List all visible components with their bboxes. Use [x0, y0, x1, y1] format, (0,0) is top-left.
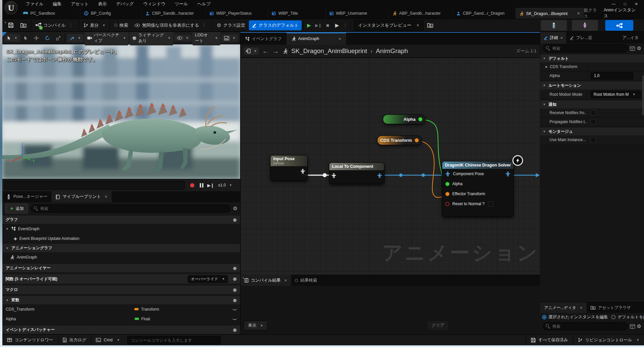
- property-use-main-instance[interactable]: Use Main Instance...: [540, 135, 644, 144]
- expander-icon[interactable]: ▼: [543, 103, 546, 106]
- tab-anim-data-editor[interactable]: アニメー...ディタ ✕: [540, 302, 587, 313]
- show-filter-dropdown[interactable]: 表示▼: [244, 321, 268, 330]
- menu-tools[interactable]: ツール: [171, 0, 192, 8]
- expander-icon[interactable]: ▶: [545, 65, 548, 68]
- details-search-input[interactable]: [543, 44, 628, 52]
- locate-instance-button[interactable]: [424, 21, 436, 30]
- root-motion-mode-dropdown[interactable]: Root Motion from M▼: [591, 91, 641, 98]
- edit-selected-radio[interactable]: [542, 315, 546, 319]
- functions-section-header[interactable]: 関数 (5 オーバーライド可能)オーバーライド▼⊕: [2, 274, 240, 284]
- tab-details[interactable]: 詳細 ✕: [540, 32, 566, 43]
- output-log-button[interactable]: 出力ログ: [58, 335, 92, 345]
- expander-icon[interactable]: ▼: [543, 130, 546, 133]
- console-command-input[interactable]: [127, 336, 221, 344]
- tab-wbp-title[interactable]: WBP_Title: [268, 8, 326, 19]
- expander-icon[interactable]: ▼: [543, 84, 546, 87]
- component-pose-pin-icon[interactable]: [506, 171, 510, 176]
- hide-unrelated-button[interactable]: 無関係な項目を非表示にする⋮: [132, 20, 211, 30]
- menu-view[interactable]: 表示: [94, 0, 111, 8]
- bool-pin-icon[interactable]: [445, 202, 450, 206]
- tab-wbp-playerstatus[interactable]: WBP_PlayerStatus: [206, 8, 268, 19]
- pause-button[interactable]: [197, 181, 206, 190]
- tab-wbp-username[interactable]: WBP_Username: [326, 8, 389, 19]
- rotate-tool-button[interactable]: [42, 34, 52, 42]
- expander-icon[interactable]: ▼: [543, 57, 546, 60]
- variables-section-header[interactable]: ▼変数⊕: [2, 296, 240, 304]
- tab-close-icon[interactable]: ✕: [580, 306, 583, 310]
- play-button[interactable]: ▶: [305, 21, 313, 30]
- macros-section-header[interactable]: マクロ⊕: [2, 286, 240, 294]
- add-function-icon[interactable]: ⊕: [233, 276, 237, 282]
- use-main-instance-checkbox[interactable]: [591, 137, 596, 142]
- show-flags-dropdown[interactable]: ▼: [174, 35, 191, 41]
- blueprint-mode-button[interactable]: [605, 20, 633, 31]
- transform-pin-icon[interactable]: [415, 138, 419, 142]
- tab-find-results[interactable]: 結果検索: [291, 275, 321, 286]
- menu-help[interactable]: ヘルプ: [193, 0, 215, 8]
- closed-eye-icon[interactable]: [232, 318, 237, 320]
- playback-speed-dropdown[interactable]: x1.0▼: [215, 181, 235, 190]
- float-pin-icon[interactable]: [418, 117, 423, 121]
- diff-button[interactable]: 差分▼: [80, 20, 109, 30]
- menu-window[interactable]: ウィンドウ: [139, 0, 170, 8]
- tab-preview-settings[interactable]: プレ...定: [566, 32, 596, 43]
- add-graph-icon[interactable]: ⊕: [233, 217, 237, 223]
- scrollbar[interactable]: [642, 75, 644, 115]
- tab-eventgraph[interactable]: イベントグラフ: [240, 33, 287, 45]
- input-pose-node[interactable]: Input Pose InPose: [270, 155, 308, 181]
- play-options-icon[interactable]: ⋮: [343, 23, 347, 27]
- nav-forward-icon[interactable]: →: [272, 47, 279, 55]
- animgraph-item[interactable]: AnimGraph: [2, 252, 240, 262]
- local-to-component-node[interactable]: Local To Component: [329, 162, 384, 184]
- component-pose-pin-icon[interactable]: [377, 173, 381, 178]
- save-button[interactable]: [5, 20, 17, 30]
- step-forward-button[interactable]: ▶❙: [206, 181, 215, 190]
- tab-close-icon[interactable]: ✕: [338, 37, 341, 41]
- breadcrumb-current[interactable]: AnimGraph: [376, 47, 408, 55]
- tab-cbp-sandbox-dragon[interactable]: CBP_Sand...r_Dragon: [453, 8, 516, 19]
- nav-back-icon[interactable]: ←: [262, 47, 269, 55]
- tab-sk-dragon-animblueprint[interactable]: SK_Dragon...Blueprint ✕: [516, 8, 584, 19]
- find-button[interactable]: 検索: [111, 20, 131, 30]
- graphs-section-header[interactable]: グラフ⊕: [2, 216, 240, 224]
- menu-debug[interactable]: デバッグ: [112, 0, 138, 8]
- eventgraph-item[interactable]: ▼EventGraph: [2, 224, 240, 234]
- section-montage[interactable]: ▼モンタージュ: [540, 127, 644, 135]
- component-pose-pin-icon[interactable]: [446, 171, 450, 176]
- compile-button[interactable]: ✓ コンパイル ⋮: [32, 20, 77, 30]
- property-cds-transform[interactable]: ▶CDS Transform: [540, 62, 644, 71]
- tab-bp-config[interactable]: BP_Config: [80, 8, 142, 19]
- add-button[interactable]: ＋追加: [5, 204, 28, 214]
- tab-my-blueprint[interactable]: マイブループリント ✕: [51, 191, 111, 202]
- tab-cbp-sandbox-character[interactable]: CBP_Sandb...haracter: [142, 8, 206, 19]
- alpha-variable-node[interactable]: Alpha: [383, 114, 426, 124]
- record-button[interactable]: [187, 181, 197, 190]
- class-defaults-button[interactable]: クラスのデフォルト: [249, 20, 302, 30]
- select-tool-button[interactable]: [21, 34, 30, 42]
- tab-pc-sandbox[interactable]: PC_Sandbox: [20, 8, 80, 19]
- preview-instance-dropdown[interactable]: インスタンスをプレビュー▼: [354, 20, 424, 31]
- cmd-dropdown[interactable]: Cmd ▼: [91, 335, 124, 345]
- exit-graph-button[interactable]: ▼: [244, 47, 259, 55]
- grid-view-icon[interactable]: [630, 324, 635, 329]
- tab-asset-browser[interactable]: アセットブラウザ: [587, 302, 635, 313]
- closed-eye-icon[interactable]: [232, 308, 237, 310]
- all-saved-button[interactable]: すべて保存済み: [526, 335, 573, 345]
- tab-animgraph[interactable]: AnimGraph ✕: [287, 33, 346, 45]
- tab-close-icon[interactable]: ✕: [560, 36, 563, 40]
- tab-close-icon[interactable]: ✕: [284, 279, 287, 282]
- preview-viewport[interactable]: ▼ ▼ パースペクティブ▼ ライティングあり▼ ▼ LODオート▼ ▼ SK_D…: [2, 32, 240, 191]
- clear-button[interactable]: クリア: [428, 321, 448, 330]
- variable-row[interactable]: CDS_Transform Transform: [2, 304, 240, 314]
- class-settings-button[interactable]: ⚙クラス設定: [214, 20, 248, 30]
- section-default[interactable]: ▼デフォルト: [540, 54, 644, 62]
- reset-checkbox[interactable]: [488, 201, 493, 207]
- dragonik-solver-node[interactable]: DragonIK Chinese Dragon Solver Component…: [442, 161, 514, 217]
- menu-file[interactable]: ファイル: [22, 0, 47, 8]
- stop-button[interactable]: ■: [323, 21, 332, 30]
- event-dispatchers-section-header[interactable]: イベントディスパッチャー⊕: [2, 326, 240, 334]
- screenshot-dropdown[interactable]: ▼: [221, 34, 238, 42]
- tab-abp-sandbox-character[interactable]: ABP_Sandb...haracter: [389, 8, 453, 19]
- expander-icon[interactable]: ▼: [6, 227, 9, 231]
- pose-pin-icon[interactable]: [301, 169, 305, 174]
